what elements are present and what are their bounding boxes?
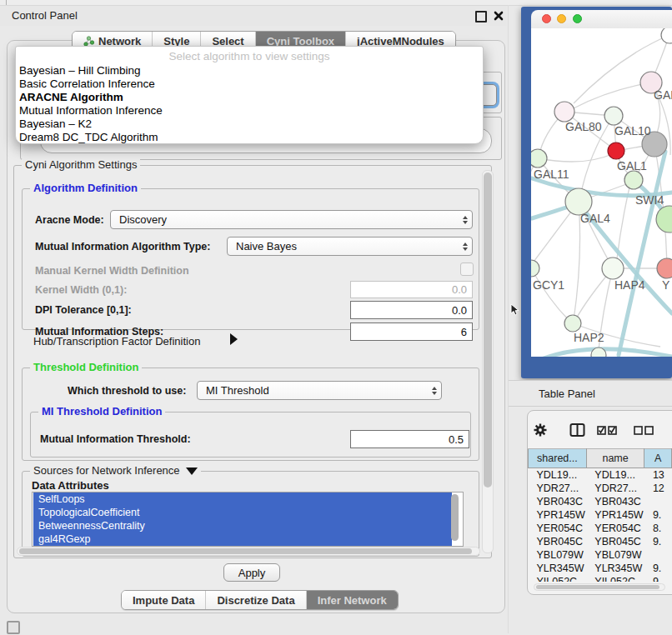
- panel-grip-icon[interactable]: [7, 621, 20, 634]
- mi-steps-input[interactable]: [350, 322, 473, 341]
- table-wrap: shared...nameAYDL19...YDL19...13YDR27...…: [528, 448, 672, 582]
- table-row[interactable]: YLR345WYLR345W9.: [529, 562, 672, 575]
- kernel-width-input[interactable]: [350, 281, 473, 298]
- gear-icon[interactable]: [533, 422, 548, 438]
- table-cell: YDL19...: [529, 468, 587, 482]
- which-threshold-select[interactable]: MI Threshold: [197, 381, 442, 400]
- unchecked-pair-icon[interactable]: [634, 424, 655, 436]
- network-window-titlebar[interactable]: [531, 10, 672, 29]
- collapse-arrow-icon[interactable]: [186, 468, 198, 475]
- bottom-tab-discretize-data[interactable]: Discretize Data: [205, 591, 305, 609]
- table-row[interactable]: YBR045CYBR045C9.: [529, 535, 672, 548]
- spinner-arrows-icon: [458, 242, 472, 251]
- network-node[interactable]: [661, 28, 672, 43]
- control-panel-title: Control Panel: [12, 9, 78, 22]
- table-cell: 9: [644, 575, 672, 582]
- table-panel-header: Table Panel: [509, 380, 672, 407]
- network-node-label: HAP2: [574, 331, 604, 344]
- network-node-swi4[interactable]: [656, 206, 672, 232]
- apply-button[interactable]: Apply: [223, 563, 280, 582]
- network-edge: [574, 82, 651, 108]
- network-node-gal80[interactable]: [554, 102, 574, 122]
- table-cell: YBR043C: [586, 495, 644, 508]
- close-window-icon[interactable]: [542, 14, 551, 23]
- attribute-item-betweennesscentrality[interactable]: BetweennessCentrality: [33, 519, 452, 532]
- dropdown-item-bayesian-hill-climbing[interactable]: Bayesian – Hill Climbing: [16, 64, 483, 78]
- bottom-tab-impute-data[interactable]: Impute Data: [122, 591, 205, 609]
- close-panel-icon[interactable]: [494, 11, 504, 21]
- network-canvas[interactable]: GALGAL80GAL10GAL11GAL1SWI4GAL4GCY1HAP4YH…: [531, 28, 672, 357]
- network-node-gcy1[interactable]: [531, 260, 539, 277]
- manual-kernel-checkbox[interactable]: [460, 262, 474, 276]
- table-row[interactable]: YER054CYER054C8.: [529, 522, 672, 535]
- network-view-window: GALGAL80GAL10GAL11GAL1SWI4GAL4GCY1HAP4YH…: [521, 7, 672, 378]
- bottom-tab-infer-network[interactable]: Infer Network: [306, 591, 398, 609]
- float-window-icon[interactable]: [475, 11, 487, 22]
- mi-type-select[interactable]: Naive Bayes: [227, 237, 473, 256]
- column-header-name[interactable]: name: [586, 449, 644, 468]
- mi-threshold-input[interactable]: [350, 430, 469, 448]
- bottom-tab-label: Impute Data: [133, 594, 194, 607]
- hub-definition-label[interactable]: Hub/Transcription Factor Definition: [33, 335, 200, 348]
- settings-vscrollbar-thumb[interactable]: [484, 172, 492, 488]
- minimize-window-icon[interactable]: [557, 14, 566, 23]
- panel-splitter[interactable]: [508, 5, 509, 633]
- attribute-item-gal4rgexp[interactable]: gal4RGexp: [33, 532, 452, 546]
- manual-kernel-label: Manual Kernel Width Definition: [35, 265, 189, 277]
- network-node-label: GAL1: [617, 159, 647, 172]
- spinner-arrows-icon: [427, 387, 441, 395]
- table-cell: YIL052C: [586, 575, 644, 582]
- dropdown-item-mutual-information-inference[interactable]: Mutual Information Inference: [16, 104, 483, 118]
- table-cell: YBL079W: [586, 548, 644, 562]
- dropdown-item-bayesian-k2[interactable]: Bayesian – K2: [16, 118, 483, 131]
- network-node-gal10[interactable]: [604, 107, 623, 125]
- mi-threshold-legend: MI Threshold Definition: [38, 406, 165, 418]
- zoom-window-icon[interactable]: [573, 14, 582, 23]
- sources-legend: Sources for Network Inference: [30, 465, 201, 477]
- table-row[interactable]: YBR043CYBR043C: [529, 495, 672, 508]
- network-node-y[interactable]: [657, 258, 672, 278]
- table-cell: [644, 495, 672, 508]
- checked-pair-icon[interactable]: [597, 424, 619, 436]
- attribute-item-topologicalcoefficient[interactable]: TopologicalCoefficient: [33, 506, 452, 519]
- aracne-mode-select[interactable]: Discovery: [110, 210, 473, 229]
- table-cell: YIL052C: [529, 575, 587, 582]
- settings-hscrollbar-thumb[interactable]: [19, 548, 472, 554]
- split-panel-icon[interactable]: [569, 422, 585, 438]
- column-header-shared[interactable]: shared...: [529, 449, 587, 468]
- table-panel-toolbar: [533, 422, 672, 438]
- bottom-tab-label: Discretize Data: [217, 594, 294, 607]
- table-row[interactable]: YPR145WYPR145W9.: [529, 508, 672, 522]
- mi-type-value: Naive Bayes: [228, 240, 458, 252]
- table-hscrollbar-thumb[interactable]: [536, 585, 659, 589]
- table-row[interactable]: YDR27...YDR27...12: [529, 482, 672, 495]
- network-node-gal1[interactable]: [624, 171, 643, 189]
- dropdown-item-aracne-algorithm[interactable]: ARACNE Algorithm: [16, 91, 483, 104]
- network-node-gal11[interactable]: [531, 149, 547, 168]
- dropdown-item-dream8-dc-tdc-algorithm[interactable]: Dream8 DC_TDC Algorithm: [16, 131, 483, 144]
- network-node-hap4[interactable]: [602, 258, 624, 279]
- attribute-item-selfloops[interactable]: SelfLoops: [33, 492, 452, 506]
- table-row[interactable]: YIL052CYIL052C9: [529, 575, 672, 582]
- app-screen: Control Panel NetworkStyleSelectCyni Too…: [0, 0, 672, 635]
- sources-legend-text: Sources for Network Inference: [33, 464, 180, 477]
- table-cell: YDR27...: [529, 482, 587, 495]
- attr-list-vscrollbar-thumb[interactable]: [451, 494, 459, 541]
- expand-arrow-icon[interactable]: [230, 333, 238, 345]
- column-header-a[interactable]: A: [644, 449, 672, 468]
- table-row[interactable]: YBL079WYBL079W: [529, 548, 672, 562]
- table-row[interactable]: YDL19...YDL19...13: [529, 468, 672, 482]
- table-cell: YBL079W: [529, 548, 587, 562]
- mi-type-label: Mutual Information Algorithm Type:: [35, 241, 210, 252]
- network-node-label: GAL10: [614, 124, 651, 138]
- dpi-tolerance-input[interactable]: [350, 301, 473, 319]
- table-panel-title: Table Panel: [539, 388, 595, 400]
- dropdown-item-basic-correlation-inference[interactable]: Basic Correlation Inference: [16, 78, 483, 91]
- table-cell: 8.: [644, 522, 672, 535]
- node-attribute-table[interactable]: shared...nameAYDL19...YDL19...13YDR27...…: [528, 448, 672, 582]
- dpi-tolerance-label: DPI Tolerance [0,1]:: [35, 304, 132, 316]
- network-node[interactable]: [608, 142, 624, 159]
- table-cell: YPR145W: [529, 508, 587, 522]
- network-node-hap2[interactable]: [564, 315, 581, 332]
- table-cell: YDL19...: [586, 468, 644, 482]
